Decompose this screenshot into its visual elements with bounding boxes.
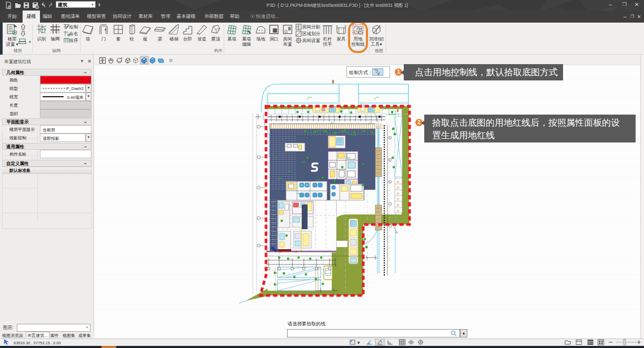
svg-text:D: D bbox=[397, 209, 400, 212]
svg-text:▼: ▼ bbox=[357, 341, 360, 344]
svg-text:D: D bbox=[397, 198, 400, 201]
svg-text:D: D bbox=[397, 180, 400, 183]
svg-text:D: D bbox=[397, 186, 400, 189]
svg-text:D: D bbox=[397, 192, 400, 195]
svg-text:D: D bbox=[397, 203, 400, 207]
